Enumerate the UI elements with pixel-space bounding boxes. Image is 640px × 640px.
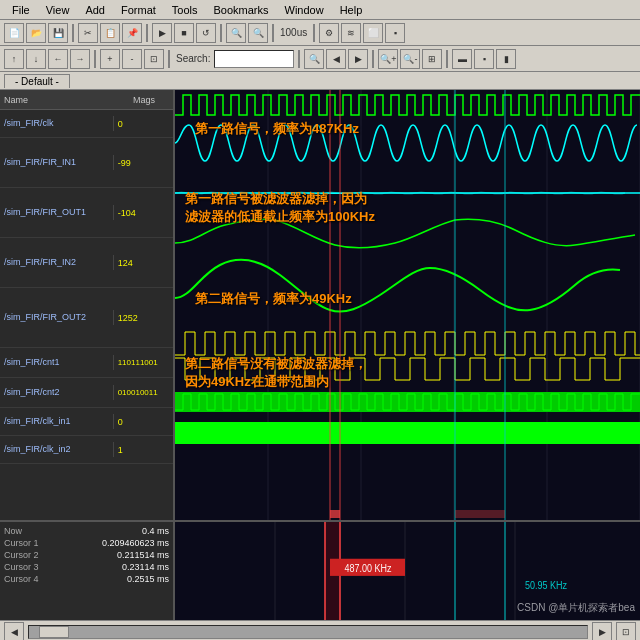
tb-paste[interactable]: 📌 bbox=[122, 23, 142, 43]
tb-cut[interactable]: ✂ bbox=[78, 23, 98, 43]
tb-stop[interactable]: ■ bbox=[174, 23, 194, 43]
menu-window[interactable]: Window bbox=[277, 2, 332, 18]
tb-open[interactable]: 📂 bbox=[26, 23, 46, 43]
toolbar1: 📄 📂 💾 ✂ 📋 📌 ▶ ■ ↺ 🔍 🔍 100us ⚙ ≋ ⬜ ▪ bbox=[0, 20, 640, 46]
cursor2-value: 0.211514 ms bbox=[117, 550, 169, 560]
status-cursor1: Cursor 1 0.209460623 ms bbox=[4, 538, 169, 548]
tb2-search[interactable]: 🔍 bbox=[304, 49, 324, 69]
signal-name-7: /sim_FIR/clk_in1 bbox=[0, 414, 114, 430]
separator7 bbox=[168, 50, 170, 68]
signal-value-8: 1 bbox=[114, 443, 173, 457]
signal-value-4: 1252 bbox=[114, 311, 173, 325]
status-cursor2: Cursor 2 0.211514 ms bbox=[4, 550, 169, 560]
menu-view[interactable]: View bbox=[38, 2, 78, 18]
tb2-1[interactable]: ↑ bbox=[4, 49, 24, 69]
menu-bookmarks[interactable]: Bookmarks bbox=[206, 2, 277, 18]
annotation-4: 第二路信号没有被滤波器滤掉，因为49KHz在通带范围内 bbox=[185, 355, 367, 391]
tb2-next[interactable]: ▶ bbox=[348, 49, 368, 69]
signal-name-3: /sim_FIR/FIR_IN2 bbox=[0, 255, 114, 271]
signal-row-fir-in1: /sim_FIR/FIR_IN1 -99 bbox=[0, 138, 173, 188]
cursor1-label: Cursor 1 bbox=[4, 538, 39, 548]
bottom-right-btn[interactable]: ▶ bbox=[592, 622, 612, 641]
tb-copy[interactable]: 📋 bbox=[100, 23, 120, 43]
tb-run[interactable]: ▶ bbox=[152, 23, 172, 43]
search-input[interactable] bbox=[214, 50, 294, 68]
tb-save[interactable]: 💾 bbox=[48, 23, 68, 43]
tb2-2[interactable]: ↓ bbox=[26, 49, 46, 69]
tb-wave1[interactable]: ≋ bbox=[341, 23, 361, 43]
tb2-zoom-c[interactable]: ⊞ bbox=[422, 49, 442, 69]
signal-row-cnt2: /sim_FIR/cnt2 010010011 bbox=[0, 378, 173, 408]
now-value: 0.4 ms bbox=[142, 526, 169, 536]
status-now: Now 0.4 ms bbox=[4, 526, 169, 536]
cursor1-value: 0.209460623 ms bbox=[102, 538, 169, 548]
signal-row-fir-in2: /sim_FIR/FIR_IN2 124 bbox=[0, 238, 173, 288]
bottom-zoom-btn[interactable]: ⊡ bbox=[616, 622, 636, 641]
signal-row-fir-out1: /sim_FIR/FIR_OUT1 -104 bbox=[0, 188, 173, 238]
status-cursor3: Cursor 3 0.23114 ms bbox=[4, 562, 169, 572]
scrollbar-thumb bbox=[39, 626, 69, 638]
tb2-3[interactable]: ← bbox=[48, 49, 68, 69]
svg-rect-7 bbox=[175, 422, 640, 444]
bottom-left-btn[interactable]: ◀ bbox=[4, 622, 24, 641]
cursor2-label: Cursor 2 bbox=[4, 550, 39, 560]
search-label: Search: bbox=[174, 53, 212, 64]
cursor3-value: 0.23114 ms bbox=[122, 562, 169, 572]
tb-restart[interactable]: ↺ bbox=[196, 23, 216, 43]
cursor4-label: Cursor 4 bbox=[4, 574, 39, 584]
signal-row-clk-in2: /sim_FIR/clk_in2 1 bbox=[0, 436, 173, 464]
signal-value-0: 0 bbox=[114, 117, 173, 131]
signal-name-0: /sim_FIR/clk bbox=[0, 116, 114, 132]
tb2-zoom-a[interactable]: 🔍+ bbox=[378, 49, 398, 69]
horizontal-scrollbar[interactable] bbox=[28, 625, 588, 639]
tb2-zoom-b[interactable]: 🔍- bbox=[400, 49, 420, 69]
signal-header: Name Mags bbox=[0, 90, 173, 110]
separator8 bbox=[298, 50, 300, 68]
tb-zoom-out[interactable]: 🔍 bbox=[248, 23, 268, 43]
waveform-area[interactable]: 第一路信号，频率为487KHz 第一路信号被滤波器滤掉，因为滤波器的低通截止频率… bbox=[175, 90, 640, 520]
watermark: CSDN @单片机探索者bea bbox=[517, 601, 635, 615]
tab-default[interactable]: - Default - bbox=[4, 74, 70, 88]
svg-text:50.95 KHz: 50.95 KHz bbox=[525, 580, 567, 592]
tb-settings[interactable]: ⚙ bbox=[319, 23, 339, 43]
menu-file[interactable]: File bbox=[4, 2, 38, 18]
menu-tools[interactable]: Tools bbox=[164, 2, 206, 18]
status-left-panel: Now 0.4 ms Cursor 1 0.209460623 ms Curso… bbox=[0, 522, 175, 620]
tb2-display2[interactable]: ▪ bbox=[474, 49, 494, 69]
tb2-fit[interactable]: ⊡ bbox=[144, 49, 164, 69]
menu-bar: File View Add Format Tools Bookmarks Win… bbox=[0, 0, 640, 20]
menu-help[interactable]: Help bbox=[332, 2, 371, 18]
menu-format[interactable]: Format bbox=[113, 2, 164, 18]
signal-name-2: /sim_FIR/FIR_OUT1 bbox=[0, 205, 114, 221]
tb2-display3[interactable]: ▮ bbox=[496, 49, 516, 69]
signal-name-6: /sim_FIR/cnt2 bbox=[0, 385, 114, 401]
svg-text:487.00 KHz: 487.00 KHz bbox=[345, 562, 392, 574]
status-area: Now 0.4 ms Cursor 1 0.209460623 ms Curso… bbox=[0, 520, 640, 620]
cursor3-label: Cursor 3 bbox=[4, 562, 39, 572]
bottom-bar: ◀ ▶ ⊡ bbox=[0, 620, 640, 640]
separator2 bbox=[146, 24, 148, 42]
signal-row-fir-out2: /sim_FIR/FIR_OUT2 1252 bbox=[0, 288, 173, 348]
signal-value-6: 010010011 bbox=[114, 386, 173, 399]
main-area: Name Mags /sim_FIR/clk 0 /sim_FIR/FIR_IN… bbox=[0, 90, 640, 520]
menu-add[interactable]: Add bbox=[77, 2, 113, 18]
tab-bar: - Default - bbox=[0, 72, 640, 90]
tb-wave3[interactable]: ▪ bbox=[385, 23, 405, 43]
separator5 bbox=[313, 24, 315, 42]
tb-new[interactable]: 📄 bbox=[4, 23, 24, 43]
signal-name-1: /sim_FIR/FIR_IN1 bbox=[0, 155, 114, 171]
separator4 bbox=[272, 24, 274, 42]
tb2-display1[interactable]: ▬ bbox=[452, 49, 472, 69]
name-header: Name bbox=[4, 95, 119, 105]
signal-panel: Name Mags /sim_FIR/clk 0 /sim_FIR/FIR_IN… bbox=[0, 90, 175, 520]
svg-rect-13 bbox=[455, 510, 505, 518]
separator3 bbox=[220, 24, 222, 42]
tb2-4[interactable]: → bbox=[70, 49, 90, 69]
tb-zoom-in[interactable]: 🔍 bbox=[226, 23, 246, 43]
separator9 bbox=[372, 50, 374, 68]
tb2-prev[interactable]: ◀ bbox=[326, 49, 346, 69]
tb2-zoom1[interactable]: + bbox=[100, 49, 120, 69]
separator6 bbox=[94, 50, 96, 68]
tb-wave2[interactable]: ⬜ bbox=[363, 23, 383, 43]
tb2-zoom2[interactable]: - bbox=[122, 49, 142, 69]
